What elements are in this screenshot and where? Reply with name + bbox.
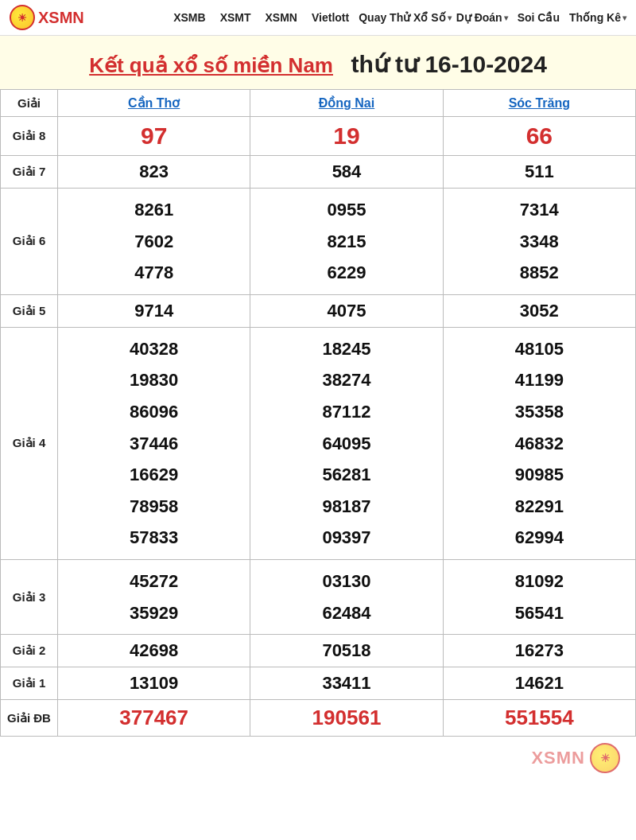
giai-label: Giải 1: [1, 667, 58, 700]
result-cell: 18245382748711264095562819818709397: [250, 327, 443, 559]
result-cell: 70518: [250, 635, 443, 667]
giai-label: Giải 8: [1, 117, 58, 156]
result-cell: 4075: [250, 294, 443, 327]
result-cell: 42698: [58, 635, 250, 667]
chevron-down-icon: ▾: [504, 14, 508, 22]
giai-label: Giải 4: [1, 327, 58, 559]
nav-xsmb[interactable]: XSMB: [169, 10, 210, 25]
col-header-dongnai: Đồng Nai: [250, 90, 443, 117]
watermark: XSMN ☀: [0, 737, 636, 780]
nav-links: XSMB XSMT XSMN Vietlott Quay Thử Xổ Số ▾…: [99, 10, 626, 25]
result-cell: 40328198308609637446166297895857833: [58, 327, 250, 559]
logo-icon: ☀: [10, 5, 35, 30]
col-header-soctrang: Sóc Trăng: [443, 90, 635, 117]
result-table: Giải Cần Thơ Đồng Nai Sóc Trăng Giải 897…: [0, 89, 636, 737]
giai-label: Giải ĐB: [1, 700, 58, 737]
nav-xsmn[interactable]: XSMN: [261, 10, 302, 25]
site-logo[interactable]: ☀ XSMN: [10, 5, 84, 30]
result-cell: 095582156229: [250, 189, 443, 295]
nav-thongke[interactable]: Thống Kê ▾: [569, 11, 626, 24]
nav-xsmt[interactable]: XSMT: [215, 10, 256, 25]
result-cell: 731433488852: [443, 189, 635, 295]
logo-text: XSMN: [38, 9, 84, 27]
page-header: Kết quả xổ số miền Nam thứ tư 16-10-2024: [0, 36, 636, 89]
result-cell: 4527235929: [58, 559, 250, 634]
result-cell: 48105411993535846832909858229162994: [443, 327, 635, 559]
result-cell: 19: [250, 117, 443, 156]
result-cell: 16273: [443, 635, 635, 667]
giai-label: Giải 7: [1, 156, 58, 189]
nav-quaythu[interactable]: Quay Thử Xổ Số ▾: [359, 11, 451, 24]
result-cell: 190561: [250, 700, 443, 737]
result-cell: 13109: [58, 667, 250, 700]
result-cell: 377467: [58, 700, 250, 737]
result-cell: 0313062484: [250, 559, 443, 634]
watermark-text: XSMN: [531, 748, 585, 768]
result-cell: 511: [443, 156, 635, 189]
result-cell: 584: [250, 156, 443, 189]
col-header-canto: Cần Thơ: [58, 90, 250, 117]
result-cell: 33411: [250, 667, 443, 700]
result-cell: 8109256541: [443, 559, 635, 634]
header-date: thứ tư 16-10-2024: [351, 51, 546, 77]
col-header-giai: Giải: [1, 90, 58, 117]
result-cell: 9714: [58, 294, 250, 327]
nav-dudoan[interactable]: Dự Đoán ▾: [456, 11, 508, 24]
watermark-logo-icon: ☀: [590, 743, 620, 773]
result-cell: 97: [58, 117, 250, 156]
nav-soicau[interactable]: Soi Cầu: [513, 10, 564, 25]
giai-label: Giải 5: [1, 294, 58, 327]
result-cell: 66: [443, 117, 635, 156]
giai-label: Giải 6: [1, 189, 58, 295]
nav-vietlott[interactable]: Vietlott: [307, 10, 354, 25]
page-title: Kết quả xổ số miền Nam: [89, 53, 333, 78]
chevron-down-icon: ▾: [448, 14, 452, 22]
giai-label: Giải 3: [1, 559, 58, 634]
result-cell: 826176024778: [58, 189, 250, 295]
navbar: ☀ XSMN XSMB XSMT XSMN Vietlott Quay Thử …: [0, 0, 636, 36]
giai-label: Giải 2: [1, 635, 58, 667]
chevron-down-icon: ▾: [622, 14, 626, 22]
result-cell: 551554: [443, 700, 635, 737]
result-cell: 3052: [443, 294, 635, 327]
result-cell: 823: [58, 156, 250, 189]
result-cell: 14621: [443, 667, 635, 700]
